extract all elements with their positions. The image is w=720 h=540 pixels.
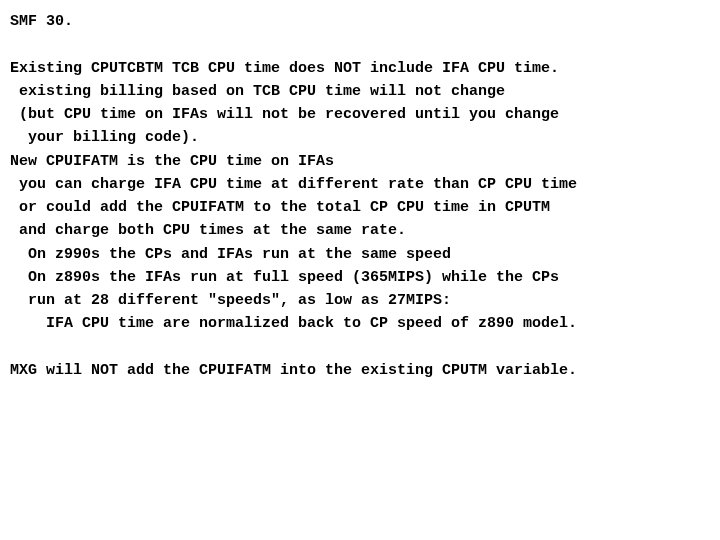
- text-line: SMF 30.: [10, 10, 710, 33]
- text-line: existing billing based on TCB CPU time w…: [10, 80, 710, 103]
- text-line: Existing CPUTCBTM TCB CPU time does NOT …: [10, 57, 710, 80]
- text-line: (but CPU time on IFAs will not be recove…: [10, 103, 710, 126]
- text-line: and charge both CPU times at the same ra…: [10, 219, 710, 242]
- text-line: you can charge IFA CPU time at different…: [10, 173, 710, 196]
- blank-line: [10, 336, 710, 359]
- text-line: On z890s the IFAs run at full speed (365…: [10, 266, 710, 289]
- text-line: MXG will NOT add the CPUIFATM into the e…: [10, 359, 710, 382]
- document-body: SMF 30. Existing CPUTCBTM TCB CPU time d…: [10, 10, 710, 382]
- text-line: IFA CPU time are normalized back to CP s…: [10, 312, 710, 335]
- text-line: your billing code).: [10, 126, 710, 149]
- text-line: New CPUIFATM is the CPU time on IFAs: [10, 150, 710, 173]
- text-line: run at 28 different "speeds", as low as …: [10, 289, 710, 312]
- text-line: or could add the CPUIFATM to the total C…: [10, 196, 710, 219]
- text-line: On z990s the CPs and IFAs run at the sam…: [10, 243, 710, 266]
- blank-line: [10, 33, 710, 56]
